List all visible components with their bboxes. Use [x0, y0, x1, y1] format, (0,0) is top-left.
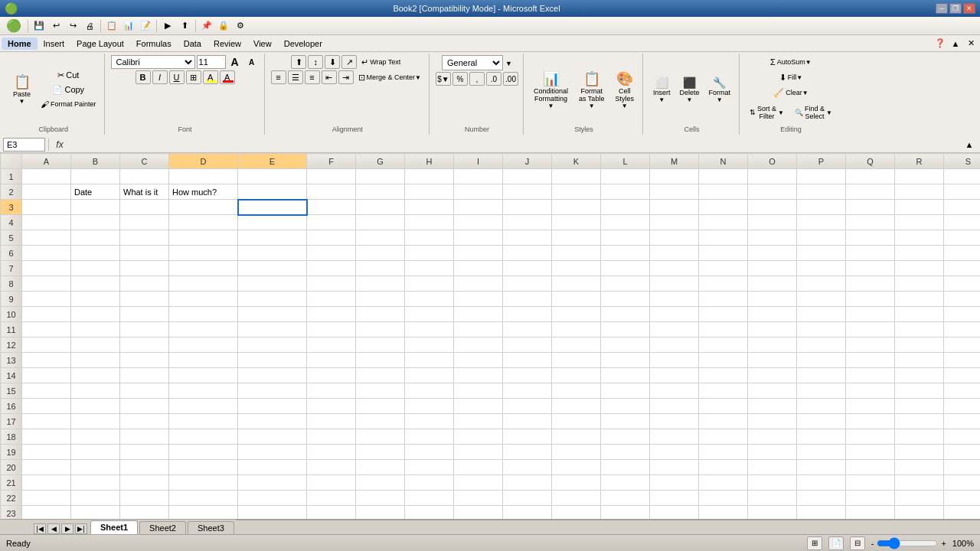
find-select-button[interactable]: 🔍 Find &Select ▼ — [791, 101, 836, 124]
cell-P11[interactable] — [797, 322, 846, 337]
cell-J7[interactable] — [503, 261, 552, 276]
cell-F14[interactable] — [307, 368, 356, 383]
cell-M5[interactable] — [650, 230, 699, 246]
cell-N22[interactable] — [699, 491, 748, 506]
cell-O8[interactable] — [748, 276, 797, 292]
menu-page-layout[interactable]: Page Layout — [70, 37, 130, 50]
cell-N8[interactable] — [699, 276, 748, 292]
cell-M7[interactable] — [650, 261, 699, 276]
cell-B21[interactable] — [71, 475, 120, 491]
cell-G19[interactable] — [356, 445, 405, 460]
cell-L10[interactable] — [601, 307, 650, 322]
cell-B8[interactable] — [71, 276, 120, 292]
cell-N18[interactable] — [699, 429, 748, 445]
cell-P20[interactable] — [797, 460, 846, 475]
decrease-decimal-button[interactable]: .0 — [486, 72, 501, 86]
cell-N19[interactable] — [699, 445, 748, 460]
cell-A10[interactable] — [22, 307, 71, 322]
cell-L19[interactable] — [601, 445, 650, 460]
cell-R5[interactable] — [895, 230, 944, 246]
cell-K14[interactable] — [552, 368, 601, 383]
cell-A16[interactable] — [22, 399, 71, 414]
cell-J20[interactable] — [503, 460, 552, 475]
cell-G10[interactable] — [356, 307, 405, 322]
cell-I8[interactable] — [454, 276, 503, 292]
cell-C18[interactable] — [120, 429, 169, 445]
cell-C16[interactable] — [120, 399, 169, 414]
redo-button[interactable]: ↪ — [65, 19, 80, 33]
cell-A22[interactable] — [22, 491, 71, 506]
cell-D4[interactable] — [169, 215, 238, 230]
cell-E9[interactable] — [238, 292, 307, 307]
cell-N9[interactable] — [699, 292, 748, 307]
cell-D5[interactable] — [169, 230, 238, 246]
normal-view-button[interactable]: ⊞ — [807, 536, 822, 550]
cell-P6[interactable] — [797, 246, 846, 261]
cell-F22[interactable] — [307, 491, 356, 506]
row-header-18[interactable]: 18 — [1, 429, 22, 445]
menu-formulas[interactable]: Formulas — [130, 37, 178, 50]
cell-J10[interactable] — [503, 307, 552, 322]
font-size-input[interactable] — [197, 55, 226, 69]
col-header-N[interactable]: N — [699, 154, 748, 169]
cell-B22[interactable] — [71, 491, 120, 506]
cell-R6[interactable] — [895, 246, 944, 261]
cell-S19[interactable] — [944, 445, 981, 460]
cell-H9[interactable] — [405, 292, 454, 307]
zoom-slider[interactable] — [877, 537, 938, 549]
col-header-C[interactable]: C — [120, 154, 169, 169]
cell-M2[interactable] — [650, 184, 699, 200]
cell-R23[interactable] — [895, 506, 944, 520]
conditional-formatting-button[interactable]: 📊 ConditionalFormatting ▼ — [530, 70, 572, 109]
cell-O23[interactable] — [748, 506, 797, 520]
cell-M15[interactable] — [650, 383, 699, 399]
cell-P8[interactable] — [797, 276, 846, 292]
cell-D20[interactable] — [169, 460, 238, 475]
cell-F11[interactable] — [307, 322, 356, 337]
cell-N3[interactable] — [699, 200, 748, 215]
cell-G23[interactable] — [356, 506, 405, 520]
cell-S11[interactable] — [944, 322, 981, 337]
cell-D2[interactable]: How much? — [169, 184, 238, 200]
toolbar-btn-8[interactable]: ⚙ — [233, 19, 248, 33]
menu-view[interactable]: View — [247, 37, 278, 50]
row-header-15[interactable]: 15 — [1, 383, 22, 399]
cell-A11[interactable] — [22, 322, 71, 337]
col-header-B[interactable]: B — [71, 154, 120, 169]
col-header-G[interactable]: G — [356, 154, 405, 169]
cell-H12[interactable] — [405, 337, 454, 353]
cell-D23[interactable] — [169, 506, 238, 520]
format-table-button[interactable]: 📋 Formatas Table ▼ — [575, 70, 608, 109]
cell-M20[interactable] — [650, 460, 699, 475]
cell-P7[interactable] — [797, 261, 846, 276]
save-button[interactable]: 💾 — [31, 19, 47, 33]
cell-E6[interactable] — [238, 246, 307, 261]
cell-K11[interactable] — [552, 322, 601, 337]
cell-H1[interactable] — [405, 169, 454, 184]
align-center-button[interactable]: ☰ — [288, 70, 303, 84]
cell-R16[interactable] — [895, 399, 944, 414]
cell-A12[interactable] — [22, 337, 71, 353]
cell-F5[interactable] — [307, 230, 356, 246]
merge-center-button[interactable]: ⊡ Merge & Center ▼ — [355, 70, 424, 84]
menu-review[interactable]: Review — [207, 37, 247, 50]
cell-F17[interactable] — [307, 414, 356, 429]
cell-S5[interactable] — [944, 230, 981, 246]
cell-K7[interactable] — [552, 261, 601, 276]
comma-button[interactable]: , — [469, 72, 485, 86]
cell-L18[interactable] — [601, 429, 650, 445]
row-header-19[interactable]: 19 — [1, 445, 22, 460]
cell-E20[interactable] — [238, 460, 307, 475]
cell-E17[interactable] — [238, 414, 307, 429]
cell-D10[interactable] — [169, 307, 238, 322]
cell-N5[interactable] — [699, 230, 748, 246]
last-sheet-btn[interactable]: ▶| — [75, 523, 87, 534]
cell-I15[interactable] — [454, 383, 503, 399]
cell-E15[interactable] — [238, 383, 307, 399]
sheet-tab-sheet3[interactable]: Sheet3 — [188, 521, 234, 534]
sheet-tab-sheet2[interactable]: Sheet2 — [139, 521, 186, 534]
row-header-14[interactable]: 14 — [1, 368, 22, 383]
row-header-17[interactable]: 17 — [1, 414, 22, 429]
toolbar-btn-6[interactable]: 📌 — [199, 19, 214, 33]
cell-B11[interactable] — [71, 322, 120, 337]
